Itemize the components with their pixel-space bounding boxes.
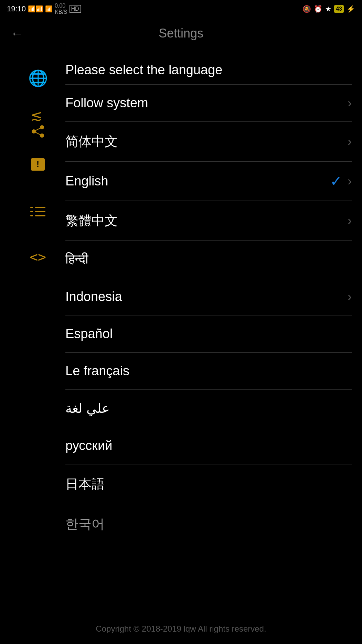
- sidebar-icon-list: [10, 190, 65, 235]
- language-label-espanol: Español: [65, 326, 113, 341]
- language-right-traditional-chinese: ›: [348, 214, 352, 228]
- language-item-japanese[interactable]: 日本語: [65, 464, 352, 504]
- header: ← Settings: [0, 18, 362, 49]
- language-right-indonesia: ›: [348, 290, 352, 304]
- language-label-indonesia: Indonesia: [65, 289, 122, 304]
- sidebar: 🌐 ≲ !: [10, 52, 65, 536]
- language-label-english: English: [65, 174, 108, 189]
- language-label-japanese: 日本語: [65, 475, 105, 493]
- selected-checkmark: ✓: [330, 173, 342, 190]
- page-title: Settings: [159, 26, 203, 41]
- status-left: 19:10 📶📶 📶 0.00KB/S HD: [7, 3, 81, 15]
- chevron-icon: ›: [348, 214, 352, 228]
- warning-icon: !: [30, 158, 45, 178]
- svg-rect-8: [35, 207, 45, 208]
- language-label-follow-system: Follow system: [65, 96, 148, 110]
- sidebar-icon-warning: !: [10, 145, 65, 190]
- language-label-simplified-chinese: 简体中文: [65, 133, 118, 150]
- bluetooth-icon: ★: [325, 5, 331, 13]
- sidebar-icon-code: <>: [10, 235, 65, 279]
- sidebar-icon-share: ≲: [10, 100, 65, 145]
- language-item-indonesia[interactable]: Indonesia ›: [65, 278, 352, 315]
- signal-icon: 📶📶: [28, 5, 43, 13]
- svg-rect-7: [30, 207, 33, 208]
- svg-rect-11: [30, 215, 33, 216]
- code-icon: <>: [30, 249, 46, 265]
- svg-rect-12: [35, 215, 45, 216]
- language-item-arabic[interactable]: علي لغة: [65, 390, 352, 427]
- language-item-follow-system[interactable]: Follow system ›: [65, 85, 352, 121]
- language-item-french[interactable]: Le français: [65, 353, 352, 389]
- wifi-icon: 📶: [45, 5, 53, 13]
- back-button[interactable]: ←: [10, 26, 23, 41]
- language-label-traditional-chinese: 繁體中文: [65, 212, 118, 229]
- language-item-russian[interactable]: русский: [65, 427, 352, 464]
- alarm-icon: ⏰: [314, 5, 322, 13]
- battery-level: 43: [334, 5, 344, 13]
- section-title: Please select the language: [65, 52, 352, 84]
- copyright-text: Copyright © 2018-2019 lqw All rights res…: [96, 624, 266, 633]
- language-list-container: Please select the language Follow system…: [65, 52, 362, 536]
- svg-line-3: [34, 127, 42, 131]
- list-icon: [30, 203, 45, 222]
- chevron-icon: ›: [348, 96, 352, 110]
- language-label-hindi: हिन्दी: [65, 252, 88, 267]
- language-label-korean: 한국어: [65, 515, 105, 533]
- speed-display: 0.00KB/S: [55, 3, 67, 15]
- charging-icon: ⚡: [347, 5, 355, 13]
- language-item-hindi[interactable]: हिन्दी: [65, 241, 352, 278]
- language-label-french: Le français: [65, 364, 129, 378]
- language-right-simplified-chinese: ›: [348, 135, 352, 149]
- globe-icon: 🌐: [28, 69, 48, 87]
- chevron-icon: ›: [348, 174, 352, 189]
- status-bar: 19:10 📶📶 📶 0.00KB/S HD 🔕 ⏰ ★ 43 ⚡: [0, 0, 362, 18]
- sidebar-icon-globe: 🌐: [10, 56, 65, 100]
- language-item-espanol[interactable]: Español: [65, 315, 352, 352]
- chevron-icon: ›: [348, 135, 352, 149]
- footer: Copyright © 2018-2019 lqw All rights res…: [0, 624, 362, 634]
- hd-badge: HD: [70, 5, 81, 13]
- language-item-english[interactable]: English ✓ ›: [65, 162, 352, 201]
- status-right: 🔕 ⏰ ★ 43 ⚡: [302, 5, 355, 13]
- language-right-follow-system: ›: [348, 96, 352, 110]
- mute-icon: 🔕: [302, 5, 311, 13]
- share-icon: ≲: [30, 107, 45, 139]
- time-display: 19:10: [7, 4, 26, 13]
- chevron-icon: ›: [348, 290, 352, 304]
- language-label-arabic: علي لغة: [65, 401, 110, 416]
- svg-rect-9: [30, 211, 33, 212]
- svg-line-4: [34, 131, 42, 136]
- language-item-traditional-chinese[interactable]: 繁體中文 ›: [65, 201, 352, 240]
- language-label-russian: русский: [65, 438, 112, 453]
- language-item-korean[interactable]: 한국어: [65, 504, 352, 536]
- language-item-simplified-chinese[interactable]: 简体中文 ›: [65, 122, 352, 161]
- language-right-english: ✓ ›: [330, 173, 352, 190]
- svg-rect-10: [35, 211, 45, 212]
- svg-text:!: !: [36, 160, 39, 169]
